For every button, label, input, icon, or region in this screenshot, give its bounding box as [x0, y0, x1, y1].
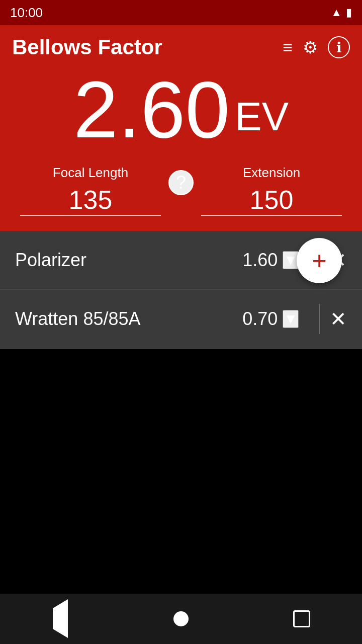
app-title: Bellows Factor: [12, 35, 162, 59]
polarizer-value-container: 1.60 ▼: [242, 250, 299, 271]
recent-icon: [293, 610, 310, 627]
ev-number: 2.60: [73, 69, 230, 150]
filter-separator-2: [319, 304, 320, 334]
ev-value-container: 2.60 EV: [0, 69, 362, 150]
polarizer-value: 1.60: [242, 250, 278, 271]
main-content: Polarizer 1.60 ▼ ✕ Wratten 85/85A 0.70 ▼: [0, 231, 362, 349]
ev-display: 2.60 EV: [0, 64, 362, 160]
wratten-name: Wratten 85/85A: [15, 308, 242, 330]
app-header: Bellows Factor ≡ ⚙ ℹ: [0, 25, 362, 64]
nav-bar: [0, 594, 362, 644]
recent-button[interactable]: [282, 599, 322, 639]
wratten-remove-button[interactable]: ✕: [330, 309, 347, 329]
fab-container: +: [297, 238, 342, 283]
menu-icon: ≡: [283, 38, 293, 57]
back-icon: [53, 608, 68, 629]
focal-length-label: Focal Length: [53, 165, 128, 181]
help-button[interactable]: ?: [168, 170, 194, 195]
gear-icon: ⚙: [303, 37, 318, 57]
menu-button[interactable]: ≡: [283, 38, 293, 57]
status-time: 10:00: [10, 5, 43, 21]
extension-input[interactable]: [201, 185, 342, 216]
ev-unit: EV: [235, 94, 289, 150]
info-icon: ℹ: [328, 36, 350, 58]
help-icon-container: ?: [161, 165, 201, 195]
wratten-value: 0.70: [242, 308, 278, 330]
signal-icon: ▲: [331, 6, 342, 19]
header-icons: ≡ ⚙ ℹ: [283, 36, 350, 58]
status-bar: 10:00 ▲ ▮: [0, 0, 362, 25]
extension-label: Extension: [243, 165, 300, 181]
info-button[interactable]: ℹ: [328, 36, 350, 58]
wratten-value-container: 0.70 ▼: [242, 308, 299, 330]
chevron-down-icon: ▼: [284, 252, 298, 268]
focal-length-group: Focal Length: [20, 165, 161, 216]
polarizer-name: Polarizer: [15, 250, 242, 271]
home-button[interactable]: [161, 599, 201, 639]
focal-length-input[interactable]: [20, 185, 161, 216]
question-icon: ?: [176, 172, 186, 193]
add-icon: +: [312, 248, 326, 273]
close-icon-2: ✕: [330, 308, 347, 330]
chevron-down-icon-2: ▼: [284, 311, 298, 327]
battery-icon: ▮: [346, 6, 352, 19]
back-button[interactable]: [40, 599, 80, 639]
wratten-dropdown-button[interactable]: ▼: [283, 310, 299, 328]
inputs-row: Focal Length ? Extension: [0, 160, 362, 231]
home-icon: [173, 611, 189, 626]
filter-row-wratten: Wratten 85/85A 0.70 ▼ ✕: [0, 290, 362, 349]
status-icons: ▲ ▮: [331, 6, 352, 19]
extension-group: Extension: [201, 165, 342, 216]
add-filter-button[interactable]: +: [297, 238, 342, 283]
settings-button[interactable]: ⚙: [303, 37, 318, 57]
